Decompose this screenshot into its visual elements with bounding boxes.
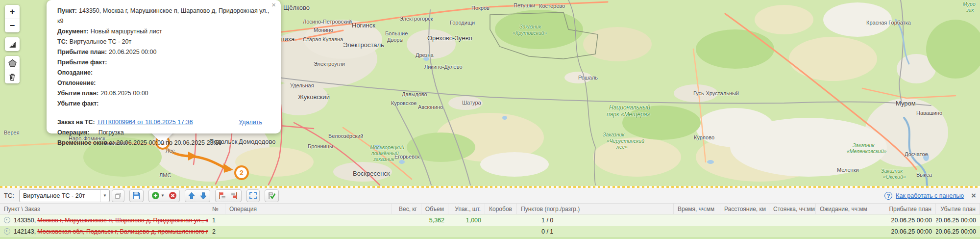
- move-down-button[interactable]: [199, 192, 207, 200]
- cell-punkt: 143350,Москва г, Марушкинское п, Шарапов…: [0, 214, 208, 226]
- column-header[interactable]: Коробов: [485, 204, 517, 214]
- close-icon[interactable]: ×: [271, 1, 276, 8]
- arrow-down-icon: [199, 192, 207, 200]
- map-city-label: Городищи: [450, 20, 475, 26]
- route-point-marker-2[interactable]: 2: [234, 165, 249, 180]
- map-city-label: Навашино: [916, 110, 942, 116]
- zoom-in-button[interactable]: +: [5, 5, 20, 19]
- draw-polygon-button[interactable]: [5, 56, 20, 70]
- map-city-label: Шатура: [462, 100, 481, 106]
- cell-ozhid: [816, 226, 889, 237]
- vehicle-select[interactable]: Виртуальное ТС - 20т ▼: [19, 189, 110, 202]
- cell-prib: 20.06.25 00:00: [889, 226, 936, 237]
- popup-field-label: Прибытие план:: [57, 49, 107, 55]
- map-area-label: Заказник: [519, 24, 541, 29]
- map-area-label: лес»: [616, 144, 628, 150]
- panel-help-link[interactable]: Как работать с панелью: [896, 192, 964, 199]
- move-up-button[interactable]: [188, 192, 196, 200]
- column-header[interactable]: Операция: [225, 204, 392, 214]
- copy-icon: [115, 192, 122, 199]
- table-row[interactable]: 143350,Москва г, Марушкинское п, Шарапов…: [0, 214, 980, 226]
- dashed-select-icon: [249, 192, 257, 199]
- map-area-label: «Черустинский: [607, 138, 644, 144]
- map-city-label: ЛМС: [159, 172, 171, 178]
- map[interactable]: ЩёлковоПокровПетушкиКостеревоКрасная Гор…: [0, 0, 980, 186]
- column-header[interactable]: Вес, кг: [392, 204, 421, 214]
- panel-close-icon[interactable]: ×: [971, 191, 976, 200]
- set-first-point-button[interactable]: [218, 191, 226, 200]
- delete-shape-button[interactable]: [5, 70, 20, 83]
- arrow-up-icon: [188, 192, 196, 200]
- column-header[interactable]: Прибытие план: [889, 204, 936, 214]
- delete-link[interactable]: Удалить: [239, 117, 262, 128]
- panel-toolbar: ТС: Виртуальное ТС - 20т ▼ ▼: [0, 188, 980, 203]
- popup-field-label: ТС:: [57, 38, 68, 45]
- measure-button[interactable]: [5, 37, 20, 51]
- trash-icon: [8, 73, 16, 81]
- map-city-label: Щёлково: [283, 4, 310, 11]
- flag-start-icon: [218, 191, 226, 200]
- cell-punktov: 0 / 1: [517, 226, 674, 237]
- map-city-label: Большие: [385, 30, 408, 36]
- popup-field-label: Документ:: [57, 28, 89, 35]
- map-city-label: Ликино-Дулёво: [424, 64, 463, 70]
- cell-upak: 1,000: [448, 214, 485, 226]
- popup-field-label: Убытие план:: [57, 90, 98, 97]
- add-point-button[interactable]: ▼: [151, 191, 165, 200]
- order-link[interactable]: ТЛТК0009964 от 18.06.2025 17:36: [97, 119, 193, 126]
- map-city-label: Авсюнино: [418, 104, 443, 110]
- column-header[interactable]: Объем: [421, 204, 448, 214]
- time-window-label: Временное окно с:: [57, 139, 114, 146]
- route-point-popup: × Пункт:143350, Москва г, Марушкинское п…: [47, 0, 281, 133]
- pick-vehicle-button[interactable]: [112, 189, 124, 202]
- table-row-partial: [0, 237, 980, 239]
- cell-oper: [225, 226, 392, 237]
- table-row[interactable]: 142143,Московская обл, Подольск г, Валищ…: [0, 226, 980, 237]
- cell-korobov: [485, 226, 517, 237]
- popup-field: Прибытие план:20.06.2025 00:00: [57, 47, 271, 57]
- map-city-label: Выкса: [916, 172, 932, 178]
- map-city-label: Дрезна: [416, 52, 434, 58]
- rect-select-button[interactable]: [246, 189, 260, 202]
- cell-ves: [392, 214, 421, 226]
- column-header[interactable]: Расстояние, км: [720, 204, 769, 214]
- column-header[interactable]: №: [208, 204, 225, 214]
- measure-control: [5, 37, 20, 51]
- confirm-route-button[interactable]: [265, 189, 279, 202]
- column-header[interactable]: Пункт \ Заказ: [0, 204, 208, 214]
- column-header[interactable]: Ожидание, чч:мм: [816, 204, 889, 214]
- map-area-label: Муро: [963, 1, 976, 7]
- popup-field: Отклонение:: [57, 78, 271, 88]
- zoom-out-button[interactable]: −: [5, 19, 20, 32]
- expand-icon[interactable]: [4, 217, 10, 223]
- shape-controls: [5, 56, 20, 83]
- map-city-label: Рошаль: [578, 75, 598, 80]
- map-area-label: зак: [966, 7, 974, 13]
- remove-point-button[interactable]: [169, 191, 177, 200]
- expand-icon[interactable]: [4, 228, 10, 235]
- cell-ubyt: 20.06.25 00:00: [936, 214, 980, 226]
- help-icon[interactable]: ?: [884, 192, 892, 200]
- column-header[interactable]: Убытие план: [936, 204, 980, 214]
- popup-field-label: Прибытие факт:: [57, 59, 107, 66]
- cell-rasst: [720, 226, 769, 237]
- cell-punkt: 142143,Московская обл, Подольск г, Валищ…: [0, 226, 208, 237]
- vehicle-select-value: Виртуальное ТС - 20т: [20, 192, 100, 199]
- map-city-label: Петушки: [514, 2, 535, 8]
- chevron-down-icon[interactable]: ▼: [161, 193, 165, 198]
- cell-vremya: [674, 214, 720, 226]
- column-header[interactable]: Упак., шт.: [448, 204, 485, 214]
- cell-rasst: [720, 214, 769, 226]
- column-header[interactable]: Время, чч:мм: [674, 204, 720, 214]
- save-button[interactable]: [129, 189, 144, 202]
- popup-field: Опоздание:: [57, 68, 271, 78]
- column-header[interactable]: Пунктов (погр./разгр.): [517, 204, 674, 214]
- point-address-struck: Московская обл, Подольск г, Валищево д, …: [37, 228, 208, 235]
- map-zoom-controls: + −: [5, 5, 20, 32]
- cell-punktov: 1 / 0: [517, 214, 674, 226]
- column-header[interactable]: Стоянка, чч:мм: [769, 204, 816, 214]
- popup-field: Пункт:143350, Москва г, Марушкинское п, …: [57, 6, 271, 27]
- chevron-down-icon[interactable]: ▼: [100, 190, 109, 202]
- set-last-point-button[interactable]: [230, 191, 239, 200]
- cell-obyem: 5,362: [421, 214, 448, 226]
